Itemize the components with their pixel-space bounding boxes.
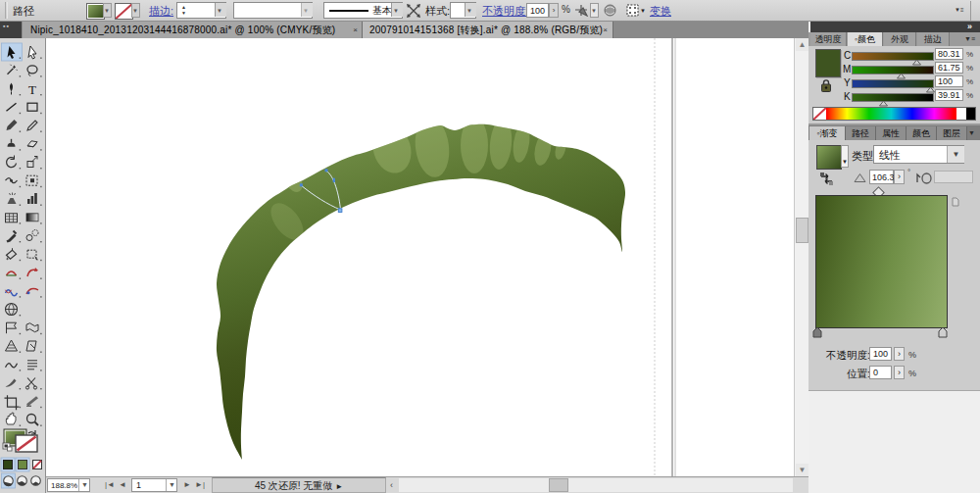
svg-text:T: T <box>28 82 36 97</box>
